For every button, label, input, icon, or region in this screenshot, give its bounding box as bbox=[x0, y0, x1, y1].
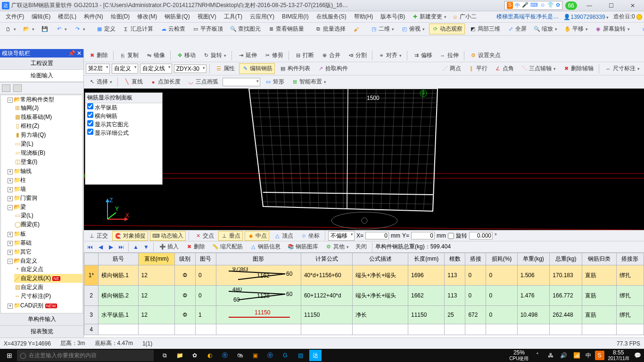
pickcomp-button[interactable]: ↗拾取构件 bbox=[314, 63, 350, 74]
expand-icon[interactable]: + bbox=[8, 196, 13, 201]
app5-icon[interactable]: ▤ bbox=[294, 350, 306, 361]
ortho-toggle[interactable]: ⊥正交 bbox=[86, 231, 110, 241]
tree-node-liangL[interactable]: 梁(L) bbox=[21, 212, 33, 219]
ime-lang[interactable]: 中 bbox=[515, 2, 520, 9]
floor-select[interactable]: 第2层 bbox=[86, 64, 110, 74]
addlen-button[interactable]: ●点加长度 bbox=[147, 76, 183, 87]
app4-icon[interactable]: G bbox=[279, 350, 291, 361]
notifications-icon[interactable]: 💬 bbox=[633, 351, 642, 360]
birdview-button[interactable]: ◰俯视▾ bbox=[398, 24, 427, 34]
tree-node-liang2[interactable]: 梁 bbox=[20, 204, 26, 210]
dynview-button[interactable]: ⟳动态观察 bbox=[429, 24, 465, 34]
tree-node-zdyd[interactable]: 自定义点 bbox=[21, 266, 43, 272]
setclip-button[interactable]: ⚙设置夹点 bbox=[467, 50, 503, 61]
tray-vol-icon[interactable]: 🔊 bbox=[559, 351, 569, 360]
menu-help[interactable]: 帮助(H) bbox=[350, 12, 377, 22]
rebar-table[interactable]: 筋号 直径(mm) 级别 图号 图形 计算公式 公式描述 长度(mm) 根数 搭… bbox=[84, 253, 644, 337]
expand-icon[interactable]: + bbox=[8, 178, 13, 183]
table-row[interactable]: 4 bbox=[84, 324, 644, 335]
close-panel-button[interactable]: 关闭 bbox=[353, 241, 369, 252]
delete-row-button[interactable]: ✖删除 bbox=[183, 241, 207, 252]
side-bottom-single[interactable]: 单构件输入 bbox=[0, 313, 83, 325]
sogou-tray-icon[interactable]: S bbox=[595, 351, 604, 360]
tray-net-icon[interactable]: 🖧 bbox=[546, 351, 555, 360]
zdyx-select[interactable]: ZDYX-30 bbox=[174, 65, 206, 73]
batchsel-button[interactable]: ⧉批量选择 bbox=[312, 24, 348, 34]
offset-button[interactable]: ⇉偏移 bbox=[410, 50, 435, 61]
osnap-toggle[interactable]: 🧲对象捕捉 bbox=[112, 231, 148, 241]
mirror-button[interactable]: ⇋镜像 bbox=[143, 50, 167, 61]
nav-next[interactable]: ▶ bbox=[107, 244, 115, 250]
side-tab-project[interactable]: 工程设置 bbox=[0, 58, 83, 70]
stretch-button[interactable]: ↔拉伸 bbox=[437, 50, 461, 61]
rebar-display-panel[interactable]: 钢筋显示控制面板 水平纵筋 横向钢筋 显示其它图元 显示详细公式 bbox=[85, 92, 163, 185]
trim-button[interactable]: ✂修剪 bbox=[261, 50, 286, 61]
reblib-button[interactable]: 📚钢筋图库 bbox=[285, 241, 321, 252]
flatroof-button[interactable]: ▭平齐板顶 bbox=[190, 24, 225, 34]
tree-node-mco[interactable]: 门窗洞 bbox=[20, 195, 37, 201]
align-button[interactable]: ⫩对齐▾ bbox=[375, 50, 404, 61]
expand-icon[interactable]: − bbox=[8, 98, 13, 103]
expand-icon[interactable]: − bbox=[8, 259, 13, 264]
threeaxis-button[interactable]: ⋱三点辅轴▾ bbox=[518, 63, 558, 74]
tree-node-cad[interactable]: CAD识别 bbox=[20, 302, 43, 309]
new-change-button[interactable]: ✚新建变更▾ bbox=[409, 11, 449, 22]
rect-button[interactable]: ▭矩形 bbox=[262, 76, 287, 87]
nav-prev[interactable]: ◀ bbox=[96, 244, 105, 250]
findimg-button[interactable]: 🔍查找图元 bbox=[227, 24, 263, 34]
tree-node-ql[interactable]: 圈梁(E) bbox=[21, 221, 40, 228]
expand-icon[interactable]: + bbox=[8, 241, 13, 246]
merge-button[interactable]: ⊕合并 bbox=[318, 50, 343, 61]
define-button[interactable]: ▦定义 bbox=[93, 24, 118, 34]
menu-file[interactable]: 文件(F) bbox=[2, 12, 28, 22]
tree-node-zdyx[interactable]: 自定义线(X) bbox=[21, 275, 51, 281]
side-bottom-report[interactable]: 报表预览 bbox=[0, 325, 83, 337]
ime-mic-icon[interactable]: 🎤 bbox=[522, 2, 528, 9]
editrebar-button[interactable]: ✎编辑钢筋 bbox=[239, 63, 275, 74]
other-button[interactable]: ⚙其他▾ bbox=[322, 241, 351, 252]
side-tool1[interactable] bbox=[2, 84, 10, 92]
windows-taskbar[interactable]: ⊞ ◯ 在这里输入你要搜索的内容 ⧉ 📁 ✿ ◐ ⓔ 🛍 ▣ ⓔ G ▤ 达 2… bbox=[0, 349, 644, 362]
expand-icon[interactable]: − bbox=[8, 205, 13, 210]
y-input[interactable] bbox=[411, 232, 435, 239]
split-button[interactable]: ⧏分割 bbox=[345, 50, 369, 61]
explorer-icon[interactable]: 📁 bbox=[173, 350, 186, 361]
ime-skin-icon[interactable]: 👕 bbox=[547, 2, 554, 9]
tree-node-common[interactable]: 常用构件类型 bbox=[20, 96, 54, 103]
attr-button[interactable]: ☰属性 bbox=[213, 63, 237, 74]
dyninput-toggle[interactable]: ⌨动态输入 bbox=[150, 231, 186, 241]
table-row[interactable]: 1*横向钢筋.112Φ09738311626040*d+1156+60端头+净长… bbox=[84, 265, 644, 286]
ie-icon[interactable]: ⓔ bbox=[264, 350, 276, 361]
taskview-icon[interactable]: ⧉ bbox=[158, 350, 171, 361]
mid-toggle[interactable]: ◆中点 bbox=[245, 231, 269, 241]
pointangle-button[interactable]: ∠点角 bbox=[492, 63, 516, 74]
menu-bim[interactable]: BIM应用(I) bbox=[278, 12, 313, 22]
menu-edit[interactable]: 编辑(E) bbox=[28, 12, 54, 22]
table-row[interactable]: 2横向钢筋.212Φ04801128606060+1122+40*d端头+净长+… bbox=[84, 286, 644, 306]
hint-text[interactable]: 楼梯里高端平板净长是… bbox=[496, 13, 559, 21]
coord-toggle[interactable]: ⊹坐标 bbox=[297, 231, 322, 241]
account-number[interactable]: 👤13907298339▾ bbox=[563, 14, 608, 20]
brush-button[interactable]: 🖌 bbox=[350, 24, 362, 34]
sumcalc-button[interactable]: Σ汇总计算 bbox=[120, 24, 156, 34]
system-tray[interactable]: 25%CPU使用 ˄ 🖧 🔊 📶 中 S 8:552017/11/8 💬 bbox=[509, 350, 642, 361]
tree-node-kz[interactable]: 框柱(Z) bbox=[21, 123, 39, 129]
expand-icon[interactable]: + bbox=[8, 169, 13, 174]
customline-select[interactable]: 自定义线 bbox=[140, 64, 172, 74]
fullscreen-button[interactable]: ⤢全屏 bbox=[504, 24, 529, 34]
tree-node-liang[interactable]: 梁(L) bbox=[21, 140, 33, 147]
complist-button[interactable]: ▤构件列表 bbox=[277, 63, 313, 74]
cloudcheck-button[interactable]: ☁云检查 bbox=[157, 24, 188, 34]
nav-last[interactable]: ⏭ bbox=[117, 244, 125, 250]
delaxis-button[interactable]: ✖删除辅轴 bbox=[560, 63, 596, 74]
side-tab-draw[interactable]: 绘图输入 bbox=[0, 70, 83, 82]
menu-floor[interactable]: 楼层(L) bbox=[54, 12, 80, 22]
apex-toggle[interactable]: △顶点 bbox=[271, 231, 296, 241]
menu-online[interactable]: 在线服务(S) bbox=[313, 12, 350, 22]
selfloor-button[interactable]: ≡选择楼层 bbox=[638, 24, 644, 34]
tree-node-qiang[interactable]: 墙 bbox=[20, 186, 26, 192]
pan-button[interactable]: ✋平移▾ bbox=[561, 24, 590, 34]
tree-node-jichu[interactable]: 基础 bbox=[20, 239, 32, 246]
start-button[interactable]: ⊞ bbox=[2, 352, 17, 359]
menu-version[interactable]: 版本号(B) bbox=[377, 12, 409, 22]
